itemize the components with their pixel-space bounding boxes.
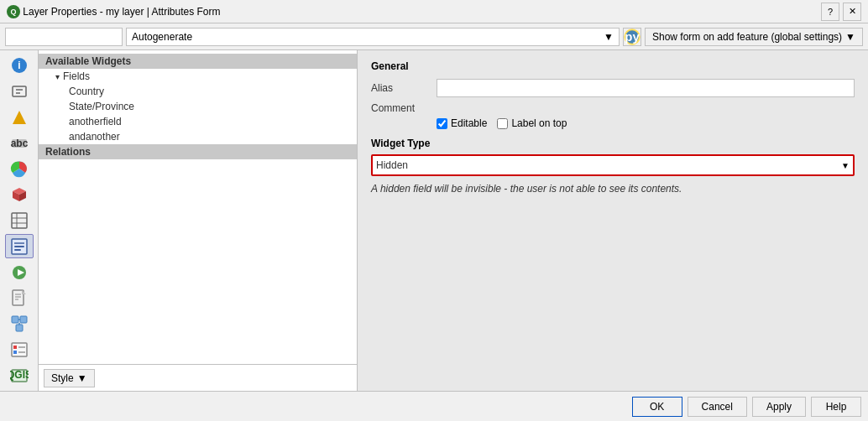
bottom-bar: OK Cancel Apply Help bbox=[0, 391, 868, 421]
svg-rect-4 bbox=[13, 86, 26, 96]
svg-marker-7 bbox=[13, 111, 26, 124]
metadata-icon bbox=[10, 288, 29, 307]
alias-input[interactable] bbox=[437, 79, 855, 97]
3d-icon bbox=[10, 185, 29, 204]
svg-rect-31 bbox=[16, 325, 23, 331]
sidebar-item-rendering[interactable] bbox=[5, 260, 34, 284]
search-input[interactable] bbox=[5, 28, 123, 46]
svg-rect-35 bbox=[13, 346, 17, 349]
editable-checkbox-label[interactable]: Editable bbox=[437, 117, 487, 129]
widget-type-dropdown[interactable]: Hidden ▼ bbox=[371, 154, 855, 176]
autogenerate-dropdown[interactable]: Autogenerate ▼ bbox=[126, 28, 620, 46]
tree-item-state[interactable]: State/Province bbox=[39, 99, 357, 114]
dropdown-arrow-icon: ▼ bbox=[604, 31, 614, 43]
label-on-top-checkbox-label[interactable]: Label on top bbox=[497, 117, 567, 129]
diagrams-icon bbox=[10, 159, 29, 178]
editable-checkbox[interactable] bbox=[437, 118, 447, 129]
autogenerate-value: Autogenerate bbox=[132, 31, 192, 43]
attributes-form-icon bbox=[10, 237, 29, 256]
titlebar-buttons: ? ✕ bbox=[821, 3, 861, 21]
tree-panel-bottom: Style ▼ bbox=[39, 364, 357, 391]
fields-table-icon bbox=[10, 211, 29, 230]
toolbar-right: py Show form on add feature (global sett… bbox=[623, 28, 863, 46]
sidebar-item-source[interactable] bbox=[5, 80, 34, 104]
right-panel: General Alias Comment Editable Label on … bbox=[358, 50, 868, 391]
symbology-icon bbox=[10, 108, 29, 127]
state-label: State/Province bbox=[69, 101, 134, 112]
sidebar-item-symbology[interactable] bbox=[5, 106, 34, 130]
rendering-icon bbox=[10, 263, 29, 282]
svg-rect-37 bbox=[13, 351, 17, 354]
info-icon: i bbox=[10, 56, 29, 75]
sidebar-item-3d[interactable] bbox=[5, 183, 34, 207]
alias-group: Alias bbox=[371, 79, 855, 97]
close-button[interactable]: ✕ bbox=[843, 3, 861, 21]
label-on-top-checkbox[interactable] bbox=[497, 118, 508, 129]
tree-item-anotherfield[interactable]: anotherfield bbox=[39, 114, 357, 129]
sidebar-item-fields[interactable] bbox=[5, 209, 34, 233]
source-icon bbox=[10, 82, 29, 101]
help-bottom-button[interactable]: Help bbox=[811, 397, 861, 417]
help-button[interactable]: ? bbox=[821, 3, 839, 21]
available-widgets-header: Available Widgets bbox=[39, 54, 357, 69]
apply-button[interactable]: Apply bbox=[752, 397, 806, 417]
svg-text:py: py bbox=[625, 29, 640, 44]
tree-item-andanother[interactable]: andanother bbox=[39, 129, 357, 144]
sidebar-item-qml[interactable]: QGIS bbox=[5, 363, 34, 387]
cancel-button[interactable]: Cancel bbox=[688, 397, 747, 417]
tree-item-fields[interactable]: ▾ Fields bbox=[39, 69, 357, 84]
qml-icon: QGIS bbox=[10, 366, 29, 385]
widget-type-value: Hidden bbox=[376, 159, 408, 171]
show-form-button[interactable]: Show form on add feature (global setting… bbox=[645, 28, 863, 46]
relations-header: Relations bbox=[39, 144, 357, 159]
labels-icon: abc bbox=[10, 134, 29, 153]
widget-type-section: Widget Type Hidden ▼ A hidden field will… bbox=[371, 138, 855, 195]
widget-dropdown-arrow-icon: ▼ bbox=[841, 161, 850, 170]
sidebar-item-legend[interactable] bbox=[5, 338, 34, 362]
widget-type-title: Widget Type bbox=[371, 138, 855, 149]
style-dropdown-icon: ▼ bbox=[77, 372, 87, 384]
sidebar-item-attributes-form[interactable] bbox=[5, 234, 34, 258]
svg-rect-20 bbox=[14, 246, 24, 247]
fields-label: Fields bbox=[63, 70, 90, 82]
dependencies-icon bbox=[10, 314, 29, 333]
editable-label: Editable bbox=[451, 117, 487, 129]
svg-rect-29 bbox=[12, 316, 18, 323]
sidebar-item-diagrams[interactable] bbox=[5, 157, 34, 181]
svg-text:QGIS: QGIS bbox=[10, 369, 29, 381]
sidebar-item-dependencies[interactable] bbox=[5, 312, 34, 336]
svg-rect-14 bbox=[12, 213, 27, 228]
python-button[interactable]: py bbox=[623, 28, 641, 46]
alias-label: Alias bbox=[371, 82, 430, 94]
right-scroll-area: General Alias Comment Editable Label on … bbox=[358, 50, 868, 391]
tree-item-country[interactable]: Country bbox=[39, 84, 357, 99]
left-sidebar: i abc bbox=[0, 50, 39, 391]
svg-rect-34 bbox=[12, 343, 27, 356]
titlebar-title: Layer Properties - my layer | Attributes… bbox=[23, 6, 821, 18]
anotherfield-label: anotherfield bbox=[69, 116, 122, 127]
svg-text:abc: abc bbox=[10, 138, 28, 149]
style-button[interactable]: Style ▼ bbox=[44, 369, 95, 387]
country-label: Country bbox=[69, 86, 104, 97]
label-on-top-label: Label on top bbox=[511, 117, 567, 129]
sidebar-item-labels[interactable]: abc bbox=[5, 131, 34, 155]
app-logo: Q bbox=[7, 5, 20, 18]
show-form-dropdown-icon: ▼ bbox=[845, 31, 855, 43]
tree-content: Available Widgets ▾ Fields Country State… bbox=[39, 50, 357, 364]
hidden-field-description: A hidden field will be invisible - the u… bbox=[371, 183, 855, 195]
show-form-label: Show form on add feature (global setting… bbox=[652, 31, 842, 43]
svg-rect-30 bbox=[20, 316, 27, 323]
svg-text:i: i bbox=[18, 60, 20, 71]
titlebar: Q Layer Properties - my layer | Attribut… bbox=[0, 0, 868, 23]
svg-rect-21 bbox=[14, 249, 21, 251]
ok-button[interactable]: OK bbox=[632, 397, 682, 417]
toolbar: Autogenerate ▼ py Show form on add featu… bbox=[0, 23, 868, 50]
general-section-title: General bbox=[371, 60, 855, 72]
sidebar-item-metadata[interactable] bbox=[5, 286, 34, 310]
andanother-label: andanother bbox=[69, 131, 120, 143]
sidebar-item-info[interactable]: i bbox=[5, 54, 34, 78]
main-layout: i abc bbox=[0, 50, 868, 391]
legend-icon bbox=[10, 340, 29, 359]
comment-label: Comment bbox=[371, 102, 430, 114]
tree-panel: Available Widgets ▾ Fields Country State… bbox=[39, 50, 358, 391]
